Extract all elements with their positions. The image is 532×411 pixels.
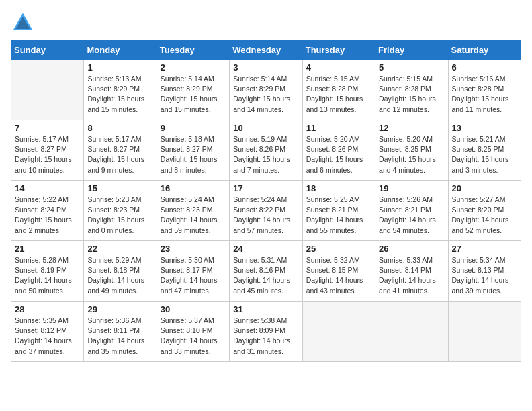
day-number: 30	[161, 304, 226, 314]
day-info: Sunrise: 5:30 AM Sunset: 8:17 PM Dayligh…	[161, 255, 226, 296]
day-info: Sunrise: 5:17 AM Sunset: 8:27 PM Dayligh…	[15, 134, 80, 175]
day-header-monday: Monday	[84, 41, 157, 60]
day-info: Sunrise: 5:36 AM Sunset: 8:11 PM Dayligh…	[87, 316, 152, 357]
calendar-cell: 28Sunrise: 5:35 AM Sunset: 8:12 PM Dayli…	[11, 302, 84, 362]
calendar-cell: 6Sunrise: 5:16 AM Sunset: 8:28 PM Daylig…	[448, 60, 521, 120]
day-info: Sunrise: 5:31 AM Sunset: 8:16 PM Dayligh…	[233, 255, 298, 296]
day-number: 18	[306, 183, 371, 193]
week-row-2: 7Sunrise: 5:17 AM Sunset: 8:27 PM Daylig…	[11, 120, 521, 181]
calendar-cell	[448, 302, 521, 362]
day-info: Sunrise: 5:23 AM Sunset: 8:23 PM Dayligh…	[87, 195, 152, 236]
calendar-cell: 1Sunrise: 5:13 AM Sunset: 8:29 PM Daylig…	[84, 60, 157, 120]
calendar-cell: 7Sunrise: 5:17 AM Sunset: 8:27 PM Daylig…	[11, 120, 84, 181]
day-number: 17	[233, 183, 298, 193]
calendar-cell: 3Sunrise: 5:14 AM Sunset: 8:29 PM Daylig…	[230, 60, 302, 120]
day-info: Sunrise: 5:33 AM Sunset: 8:14 PM Dayligh…	[379, 255, 444, 296]
day-number: 19	[379, 183, 444, 193]
day-info: Sunrise: 5:38 AM Sunset: 8:09 PM Dayligh…	[233, 316, 298, 357]
calendar-cell: 14Sunrise: 5:22 AM Sunset: 8:24 PM Dayli…	[11, 181, 84, 241]
day-number: 14	[15, 183, 80, 193]
day-info: Sunrise: 5:26 AM Sunset: 8:21 PM Dayligh…	[379, 195, 444, 236]
day-number: 4	[306, 62, 371, 73]
day-header-thursday: Thursday	[302, 41, 375, 60]
calendar-cell: 29Sunrise: 5:36 AM Sunset: 8:11 PM Dayli…	[84, 302, 157, 362]
day-info: Sunrise: 5:25 AM Sunset: 8:21 PM Dayligh…	[306, 195, 371, 236]
day-info: Sunrise: 5:35 AM Sunset: 8:12 PM Dayligh…	[15, 316, 80, 357]
day-header-wednesday: Wednesday	[230, 41, 302, 60]
day-number: 16	[161, 183, 226, 193]
calendar-cell	[375, 302, 448, 362]
calendar-cell: 23Sunrise: 5:30 AM Sunset: 8:17 PM Dayli…	[157, 241, 229, 302]
calendar-cell: 9Sunrise: 5:18 AM Sunset: 8:27 PM Daylig…	[157, 120, 229, 181]
day-info: Sunrise: 5:13 AM Sunset: 8:29 PM Dayligh…	[87, 74, 152, 115]
week-row-3: 14Sunrise: 5:22 AM Sunset: 8:24 PM Dayli…	[11, 181, 521, 241]
calendar-cell: 26Sunrise: 5:33 AM Sunset: 8:14 PM Dayli…	[375, 241, 448, 302]
calendar-cell: 12Sunrise: 5:20 AM Sunset: 8:25 PM Dayli…	[375, 120, 448, 181]
calendar-cell	[11, 60, 84, 120]
day-info: Sunrise: 5:34 AM Sunset: 8:13 PM Dayligh…	[452, 255, 517, 296]
day-number: 10	[233, 123, 298, 133]
day-info: Sunrise: 5:16 AM Sunset: 8:28 PM Dayligh…	[452, 74, 517, 115]
calendar-cell: 13Sunrise: 5:21 AM Sunset: 8:25 PM Dayli…	[448, 120, 521, 181]
day-number: 9	[161, 123, 226, 133]
calendar-cell: 24Sunrise: 5:31 AM Sunset: 8:16 PM Dayli…	[230, 241, 302, 302]
calendar-cell	[302, 302, 375, 362]
calendar-cell: 30Sunrise: 5:37 AM Sunset: 8:10 PM Dayli…	[157, 302, 229, 362]
day-number: 28	[15, 304, 80, 314]
day-number: 6	[452, 62, 517, 73]
day-number: 12	[379, 123, 444, 133]
calendar-table: SundayMondayTuesdayWednesdayThursdayFrid…	[11, 40, 521, 362]
day-number: 8	[87, 123, 152, 133]
calendar-cell: 20Sunrise: 5:27 AM Sunset: 8:20 PM Dayli…	[448, 181, 521, 241]
week-row-4: 21Sunrise: 5:28 AM Sunset: 8:19 PM Dayli…	[11, 241, 521, 302]
day-info: Sunrise: 5:20 AM Sunset: 8:25 PM Dayligh…	[379, 134, 444, 175]
logo	[11, 11, 38, 35]
calendar-cell: 25Sunrise: 5:32 AM Sunset: 8:15 PM Dayli…	[302, 241, 375, 302]
day-number: 20	[452, 183, 517, 193]
day-number: 15	[87, 183, 152, 193]
week-row-1: 1Sunrise: 5:13 AM Sunset: 8:29 PM Daylig…	[11, 60, 521, 120]
day-info: Sunrise: 5:20 AM Sunset: 8:26 PM Dayligh…	[306, 134, 371, 175]
day-number: 31	[233, 304, 298, 314]
day-info: Sunrise: 5:28 AM Sunset: 8:19 PM Dayligh…	[15, 255, 80, 296]
day-info: Sunrise: 5:19 AM Sunset: 8:26 PM Dayligh…	[233, 134, 298, 175]
day-info: Sunrise: 5:24 AM Sunset: 8:22 PM Dayligh…	[233, 195, 298, 236]
day-info: Sunrise: 5:18 AM Sunset: 8:27 PM Dayligh…	[161, 134, 226, 175]
day-number: 13	[452, 123, 517, 133]
day-info: Sunrise: 5:14 AM Sunset: 8:29 PM Dayligh…	[233, 74, 298, 115]
day-info: Sunrise: 5:15 AM Sunset: 8:28 PM Dayligh…	[379, 74, 444, 115]
calendar-cell: 17Sunrise: 5:24 AM Sunset: 8:22 PM Dayli…	[230, 181, 302, 241]
calendar-cell: 22Sunrise: 5:29 AM Sunset: 8:18 PM Dayli…	[84, 241, 157, 302]
calendar-cell: 16Sunrise: 5:24 AM Sunset: 8:23 PM Dayli…	[157, 181, 229, 241]
day-info: Sunrise: 5:32 AM Sunset: 8:15 PM Dayligh…	[306, 255, 371, 296]
day-number: 24	[233, 244, 298, 254]
day-info: Sunrise: 5:14 AM Sunset: 8:29 PM Dayligh…	[161, 74, 226, 115]
day-info: Sunrise: 5:24 AM Sunset: 8:23 PM Dayligh…	[161, 195, 226, 236]
calendar-cell: 31Sunrise: 5:38 AM Sunset: 8:09 PM Dayli…	[230, 302, 302, 362]
day-number: 7	[15, 123, 80, 133]
day-header-sunday: Sunday	[11, 41, 84, 60]
day-number: 2	[161, 62, 226, 73]
page-header	[11, 11, 521, 35]
day-header-saturday: Saturday	[448, 41, 521, 60]
calendar-cell: 2Sunrise: 5:14 AM Sunset: 8:29 PM Daylig…	[157, 60, 229, 120]
day-number: 27	[452, 244, 517, 254]
calendar-header-row: SundayMondayTuesdayWednesdayThursdayFrid…	[11, 41, 521, 60]
day-number: 21	[15, 244, 80, 254]
day-header-friday: Friday	[375, 41, 448, 60]
calendar-cell: 5Sunrise: 5:15 AM Sunset: 8:28 PM Daylig…	[375, 60, 448, 120]
calendar-cell: 8Sunrise: 5:17 AM Sunset: 8:27 PM Daylig…	[84, 120, 157, 181]
day-number: 1	[87, 62, 152, 73]
day-number: 26	[379, 244, 444, 254]
day-number: 11	[306, 123, 371, 133]
day-info: Sunrise: 5:37 AM Sunset: 8:10 PM Dayligh…	[161, 316, 226, 357]
day-info: Sunrise: 5:17 AM Sunset: 8:27 PM Dayligh…	[87, 134, 152, 175]
calendar-cell: 4Sunrise: 5:15 AM Sunset: 8:28 PM Daylig…	[302, 60, 375, 120]
logo-icon	[11, 11, 35, 35]
calendar-cell: 18Sunrise: 5:25 AM Sunset: 8:21 PM Dayli…	[302, 181, 375, 241]
day-number: 3	[233, 62, 298, 73]
day-info: Sunrise: 5:27 AM Sunset: 8:20 PM Dayligh…	[452, 195, 517, 236]
calendar-cell: 21Sunrise: 5:28 AM Sunset: 8:19 PM Dayli…	[11, 241, 84, 302]
day-number: 22	[87, 244, 152, 254]
calendar-cell: 11Sunrise: 5:20 AM Sunset: 8:26 PM Dayli…	[302, 120, 375, 181]
